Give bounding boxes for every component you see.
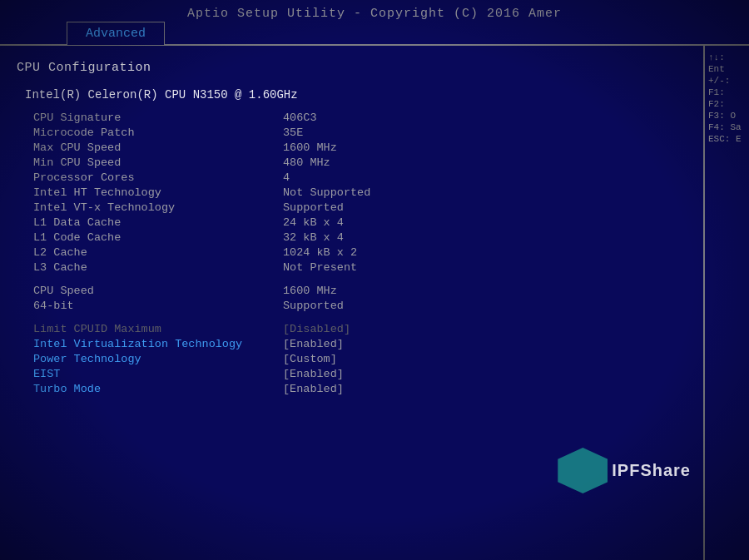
table-row: 64-bit Supported bbox=[17, 298, 695, 313]
table-row: CPU Speed 1600 MHz bbox=[17, 283, 695, 298]
value-cores: 4 bbox=[283, 170, 695, 185]
tab-advanced[interactable]: Advanced bbox=[67, 22, 165, 45]
label-microcode: Microcode Patch bbox=[17, 125, 283, 140]
watermark-hex bbox=[558, 448, 608, 493]
label-l2: L2 Cache bbox=[17, 245, 283, 260]
label-cpu-speed: CPU Speed bbox=[17, 283, 283, 298]
label-l1d: L1 Data Cache bbox=[17, 215, 283, 230]
label-cores: Processor Cores bbox=[17, 170, 283, 185]
table-row: Microcode Patch 35E bbox=[17, 125, 695, 140]
table-row[interactable]: Intel Virtualization Technology [Enabled… bbox=[17, 336, 695, 351]
label-turbo: Turbo Mode bbox=[17, 381, 283, 396]
table-row: L1 Code Cache 32 kB x 4 bbox=[17, 230, 695, 245]
bios-screen: Aptio Setup Utility - Copyright (C) 2016… bbox=[0, 0, 749, 560]
label-64bit: 64-bit bbox=[17, 298, 283, 313]
section-title: CPU Configuration bbox=[17, 61, 695, 75]
label-eist: EIST bbox=[17, 366, 283, 381]
info-table: CPU Signature 406C3 Microcode Patch 35E … bbox=[17, 110, 695, 396]
table-row: L2 Cache 1024 kB x 2 bbox=[17, 245, 695, 260]
header-bar: Aptio Setup Utility - Copyright (C) 2016… bbox=[0, 0, 749, 46]
value-l1d: 24 kB x 4 bbox=[283, 215, 695, 230]
value-vtx: Supported bbox=[283, 200, 695, 215]
table-row[interactable]: Turbo Mode [Enabled] bbox=[17, 381, 695, 396]
header-title: Aptio Setup Utility - Copyright (C) 2016… bbox=[0, 7, 749, 21]
table-row: Intel VT-x Technology Supported bbox=[17, 200, 695, 215]
main-content: CPU Configuration Intel(R) Celeron(R) CP… bbox=[0, 46, 749, 404]
table-row: L3 Cache Not Present bbox=[17, 260, 695, 275]
value-l1c: 32 kB x 4 bbox=[283, 230, 695, 245]
value-l3: Not Present bbox=[283, 260, 695, 275]
value-eist: [Enabled] bbox=[283, 366, 695, 381]
value-64bit: Supported bbox=[283, 298, 695, 313]
value-power: [Custom] bbox=[283, 351, 695, 366]
value-limit-cpuid: [Disabled] bbox=[283, 321, 695, 336]
value-cpu-speed: 1600 MHz bbox=[283, 283, 695, 298]
table-row: Processor Cores 4 bbox=[17, 170, 695, 185]
value-min-cpu: 480 MHz bbox=[283, 155, 695, 170]
table-row: Min CPU Speed 480 MHz bbox=[17, 155, 695, 170]
table-row[interactable]: Power Technology [Custom] bbox=[17, 351, 695, 366]
value-ht: Not Supported bbox=[283, 185, 695, 200]
label-l1c: L1 Code Cache bbox=[17, 230, 283, 245]
label-power: Power Technology bbox=[17, 351, 283, 366]
watermark-text: IPFShare bbox=[612, 461, 691, 480]
table-row[interactable]: EIST [Enabled] bbox=[17, 366, 695, 381]
value-microcode: 35E bbox=[283, 125, 695, 140]
table-row: Max CPU Speed 1600 MHz bbox=[17, 140, 695, 155]
label-ht: Intel HT Technology bbox=[17, 185, 283, 200]
label-limit-cpuid: Limit CPUID Maximum bbox=[17, 321, 283, 336]
value-max-cpu: 1600 MHz bbox=[283, 140, 695, 155]
table-row: Intel HT Technology Not Supported bbox=[17, 185, 695, 200]
table-row[interactable]: Limit CPUID Maximum [Disabled] bbox=[17, 321, 695, 336]
value-vt: [Enabled] bbox=[283, 336, 695, 351]
label-max-cpu: Max CPU Speed bbox=[17, 140, 283, 155]
value-l2: 1024 kB x 2 bbox=[283, 245, 695, 260]
label-cpu-signature: CPU Signature bbox=[17, 110, 283, 125]
table-row: L1 Data Cache 24 kB x 4 bbox=[17, 215, 695, 230]
label-vt: Intel Virtualization Technology bbox=[17, 336, 283, 351]
value-cpu-signature: 406C3 bbox=[283, 110, 695, 125]
spacer bbox=[17, 275, 695, 283]
label-vtx: Intel VT-x Technology bbox=[17, 200, 283, 215]
label-min-cpu: Min CPU Speed bbox=[17, 155, 283, 170]
label-l3: L3 Cache bbox=[17, 260, 283, 275]
cpu-model: Intel(R) Celeron(R) CPU N3150 @ 1.60GHz bbox=[25, 88, 695, 102]
value-turbo: [Enabled] bbox=[283, 381, 695, 396]
watermark: IPFShare bbox=[558, 448, 691, 493]
table-row: CPU Signature 406C3 bbox=[17, 110, 695, 125]
spacer bbox=[17, 313, 695, 321]
